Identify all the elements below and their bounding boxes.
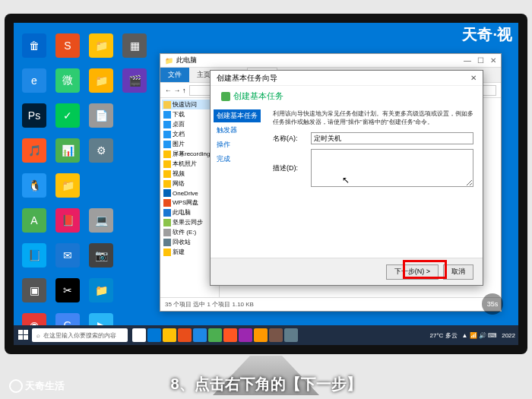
wizard-steps: 创建基本任务 触发器 操作 完成 [211, 106, 264, 258]
taskbar-app-icon[interactable] [163, 328, 176, 342]
taskbar-app-icon[interactable] [284, 328, 298, 342]
search-icon: ⌕ [36, 332, 40, 339]
taskbar-app-icon[interactable] [193, 328, 207, 342]
name-label: 名称(A): [273, 134, 306, 144]
taskbar: ⌕在这里输入你要搜索的内容 27°C 多云 ▲ 📶 🔊 ⌨ 2022 [14, 325, 518, 345]
desktop-icon[interactable]: 🗑 [22, 33, 46, 58]
ribbon-file[interactable]: 文件 [160, 68, 189, 82]
search-placeholder: 在这里输入你要搜索的内容 [43, 331, 116, 340]
tray-icons[interactable]: ▲ 📶 🔊 ⌨ [462, 332, 498, 339]
wizard-heading: 创建基本任务 [211, 86, 483, 106]
desktop-icon[interactable]: 微 [55, 68, 80, 93]
wizard-step[interactable]: 操作 [214, 138, 261, 151]
explorer-titlebar[interactable]: 📁 此电脑 — ☐ ✕ [160, 54, 501, 68]
desktop-icon[interactable]: 💻 [89, 208, 113, 233]
cancel-button[interactable]: 取消 [443, 264, 473, 280]
taskbar-app-icon[interactable] [178, 328, 192, 342]
wizard-step[interactable]: 创建基本任务 [214, 109, 261, 122]
close-icon[interactable]: ✕ [490, 56, 496, 65]
maximize-icon[interactable]: ☐ [477, 56, 484, 65]
taskbar-app-icon[interactable] [239, 328, 252, 342]
desktop-icon[interactable]: 📁 [55, 173, 80, 198]
desktop-icon[interactable]: 📁 [89, 278, 113, 302]
desktop-icon[interactable]: 📕 [55, 208, 80, 233]
window-title: 此电脑 [176, 55, 197, 65]
desktop: 🗑S📁▦e微📁🎬Ps✓📄🎵📊⚙🐧📁A📕💻📘✉📷▣✂📁◉G▶ 天奇·视 📁 此电脑… [14, 23, 518, 345]
taskbar-app-icon[interactable] [269, 328, 283, 342]
taskbar-app-icon[interactable] [147, 328, 161, 342]
desktop-icon[interactable]: 📁 [89, 33, 113, 58]
desktop-icon[interactable]: 📘 [22, 243, 46, 268]
svg-rect-0 [18, 330, 23, 334]
taskbar-app-icon[interactable] [254, 328, 268, 342]
close-icon[interactable]: ✕ [470, 74, 477, 82]
desc-label: 描述(D): [273, 163, 306, 173]
desktop-icon[interactable] [122, 138, 147, 163]
wizard-title: 创建基本任务向导 [217, 73, 277, 84]
desktop-icon[interactable] [89, 173, 113, 198]
task-wizard-dialog[interactable]: 创建基本任务向导 ✕ 创建基本任务 创建基本任务 触发器 操作 完成 利用该向导… [210, 70, 483, 286]
minimize-icon[interactable]: — [464, 56, 471, 65]
desktop-icon[interactable]: Ps [22, 103, 46, 128]
clock[interactable]: 2022 [502, 332, 515, 339]
next-button[interactable]: 下一步(N) > [386, 264, 439, 280]
desktop-icon[interactable]: A [22, 208, 46, 233]
desktop-icon[interactable]: 📁 [89, 68, 113, 93]
desktop-icon[interactable]: ✓ [55, 103, 80, 128]
desktop-icon[interactable]: ⚙ [89, 138, 113, 163]
desktop-icon[interactable]: ✉ [55, 243, 80, 268]
desktop-icon[interactable] [122, 243, 147, 268]
desktop-icon[interactable] [122, 173, 147, 198]
system-tray[interactable]: 27°C 多云 ▲ 📶 🔊 ⌨ 2022 [430, 331, 516, 340]
wizard-step[interactable]: 完成 [214, 153, 261, 166]
svg-rect-3 [24, 335, 28, 340]
status-bar: 35 个项目 选中 1 个项目 1.10 KB [160, 297, 501, 311]
desktop-icons: 🗑S📁▦e微📁🎬Ps✓📄🎵📊⚙🐧📁A📕💻📘✉📷▣✂📁◉G▶ [18, 29, 150, 342]
desktop-icon[interactable] [122, 278, 147, 302]
name-input[interactable] [311, 132, 473, 144]
desktop-icon[interactable]: S [55, 33, 80, 58]
desktop-icon[interactable]: e [22, 68, 46, 93]
desc-input[interactable] [311, 149, 473, 187]
nav-arrows[interactable]: ← → ↑ [165, 87, 186, 94]
wizard-titlebar[interactable]: 创建基本任务向导 ✕ [211, 71, 483, 86]
caption-text: 8、点击右下角的【下一步】 [0, 374, 532, 394]
svg-rect-1 [24, 330, 28, 334]
weather-widget[interactable]: 27°C 多云 [430, 331, 458, 340]
brand-overlay: 天奇·视 [462, 24, 512, 45]
svg-rect-2 [18, 335, 23, 340]
folder-icon: 📁 [165, 57, 173, 65]
desktop-icon[interactable]: 🎬 [122, 68, 147, 93]
desktop-icon[interactable]: 📄 [89, 103, 113, 128]
wizard-step[interactable]: 触发器 [214, 124, 261, 137]
taskbar-apps [132, 328, 298, 342]
taskbar-app-icon[interactable] [223, 328, 237, 342]
desktop-icon[interactable]: ✂ [55, 278, 80, 302]
desktop-icon[interactable]: 🎵 [22, 138, 46, 163]
countdown-badge: 35s [482, 293, 503, 315]
desktop-icon[interactable] [122, 103, 147, 128]
desktop-icon[interactable]: ▦ [122, 33, 147, 58]
desktop-icon[interactable]: 📷 [89, 243, 113, 268]
taskbar-search[interactable]: ⌕在这里输入你要搜索的内容 [32, 328, 128, 342]
wizard-desc: 利用该向导快速地为常见任务创建计划。有关更多高级选项或设置，例如多任务操作或触发… [273, 109, 473, 126]
desktop-icon[interactable]: 🐧 [22, 173, 46, 198]
taskbar-app-icon[interactable] [208, 328, 222, 342]
wizard-footer: 下一步(N) > 取消 [211, 258, 483, 285]
wizard-main: 利用该向导快速地为常见任务创建计划。有关更多高级选项或设置，例如多任务操作或触发… [264, 106, 483, 258]
desktop-icon[interactable]: ▣ [22, 278, 46, 302]
desktop-icon[interactable] [122, 208, 147, 233]
taskbar-app-icon[interactable] [132, 328, 146, 342]
desktop-icon[interactable]: 📊 [55, 138, 80, 163]
start-button[interactable] [17, 328, 30, 342]
